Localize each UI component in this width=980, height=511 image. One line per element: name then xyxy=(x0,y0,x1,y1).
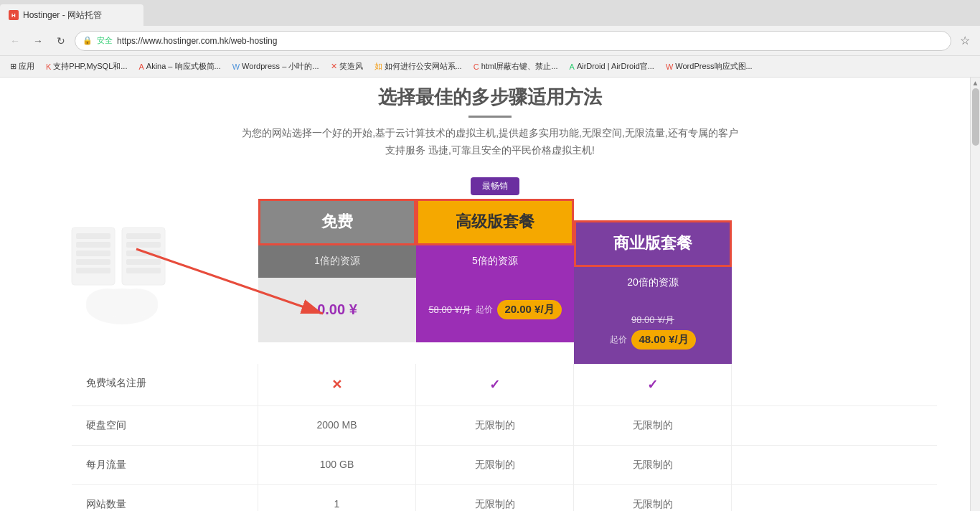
feature-val-premium-domain: ✓ xyxy=(416,364,574,405)
feature-name-traffic: 每月流量 xyxy=(72,446,258,484)
bookmark-star-button[interactable]: ☆ xyxy=(956,32,974,50)
bookmark-8[interactable]: W WordPress响应式图... xyxy=(661,60,757,73)
business-price-row: 起价 48.00 ¥/月 xyxy=(610,330,695,350)
bookmark-icon-4: ✕ xyxy=(331,62,337,71)
check-icon: ✓ xyxy=(647,378,658,392)
lock-icon: 🔒 xyxy=(83,36,93,45)
browser-chrome: H Hostinger - 网站托管 ← → ↻ 🔒 安全 https://ww… xyxy=(0,0,980,78)
check-icon: ✓ xyxy=(489,378,500,392)
premium-price-start-label: 起价 xyxy=(476,304,493,316)
bookmark-6[interactable]: C html屏蔽右键、禁止... xyxy=(469,60,562,73)
business-plan-name: 商业版套餐 xyxy=(574,220,732,267)
premium-price-row: 58.00 ¥/月 起价 20.00 ¥/月 xyxy=(428,300,561,319)
table-row: 网站数量 1 无限制的 无限制的 xyxy=(72,485,937,511)
header-divider xyxy=(468,116,512,118)
premium-plan-resource: 5倍的资源 xyxy=(416,245,574,278)
premium-plan-name: 高级版套餐 xyxy=(416,199,574,245)
business-new-price: 48.00 ¥/月 xyxy=(631,330,695,350)
feature-val-business-traffic: 无限制的 xyxy=(574,446,732,484)
feature-val-premium-websites: 无限制的 xyxy=(416,485,574,511)
premium-plan-header: 最畅销 高级版套餐 5倍的资源 58.00 ¥/月 起价 20.00 ¥/月 xyxy=(416,199,574,364)
favicon: H xyxy=(9,10,19,20)
bookmark-icon-5: 如 xyxy=(374,61,382,72)
bookmark-3[interactable]: W Wordpress – 小叶的... xyxy=(228,60,324,73)
bookmark-icon-2: A xyxy=(138,62,143,71)
business-plan-resource: 20倍的资源 xyxy=(574,267,732,299)
tab-bar: H Hostinger - 网站托管 xyxy=(0,0,980,26)
browser-tab[interactable]: H Hostinger - 网站托管 xyxy=(0,4,143,26)
feature-val-business-websites: 无限制的 xyxy=(574,485,732,511)
browser-nav: ← → ↻ 🔒 安全 https://www.hostinger.com.hk/… xyxy=(0,26,980,56)
feature-val-free-traffic: 100 GB xyxy=(258,446,416,484)
table-row: 硬盘空间 2000 MB 无限制的 无限制的 xyxy=(72,406,937,446)
premium-old-price: 58.00 ¥/月 xyxy=(428,304,471,317)
svg-rect-1 xyxy=(76,233,110,239)
url-text: https://www.hostinger.com.hk/web-hosting xyxy=(117,36,277,46)
secure-label: 安全 xyxy=(97,35,113,46)
free-plan-name: 免费 xyxy=(258,199,416,245)
svg-rect-7 xyxy=(126,233,161,239)
bookmark-2[interactable]: A Akina – 响应式极简... xyxy=(134,60,225,73)
business-plan-header: 商业版套餐 20倍的资源 98.00 ¥/月 起价 48.00 ¥/月 xyxy=(574,199,732,364)
address-bar[interactable]: 🔒 安全 https://www.hostinger.com.hk/web-ho… xyxy=(75,31,951,51)
red-arrow xyxy=(129,242,344,331)
feature-val-free-disk: 2000 MB xyxy=(258,406,416,445)
page-header: 选择最佳的多步骤适用方法 为您的网站选择一个好的开始,基于云计算技术的虚拟主机,… xyxy=(0,78,980,170)
feature-val-business-domain: ✓ xyxy=(574,364,732,405)
bookmark-icon-7: A xyxy=(570,62,575,71)
svg-rect-4 xyxy=(76,259,110,265)
tab-title: Hostinger - 网站托管 xyxy=(23,9,102,22)
feature-val-free-websites: 1 xyxy=(258,485,416,511)
bookmark-icon-1: K xyxy=(46,62,51,71)
bookmark-4[interactable]: ✕ 笑造风 xyxy=(326,60,367,73)
premium-new-price: 20.00 ¥/月 xyxy=(497,300,561,319)
bookmark-icon-3: W xyxy=(232,62,240,71)
premium-plan-price: 58.00 ¥/月 起价 20.00 ¥/月 xyxy=(416,278,574,342)
feature-val-business-disk: 无限制的 xyxy=(574,406,732,445)
svg-rect-5 xyxy=(76,268,110,273)
svg-rect-3 xyxy=(76,250,110,256)
scrollbar-thumb[interactable] xyxy=(972,88,979,146)
table-row: 免费域名注册 ✕ ✓ ✓ xyxy=(72,364,937,406)
apps-icon: ⊞ xyxy=(10,62,17,71)
scroll-up-arrow[interactable]: ▲ xyxy=(971,78,980,88)
refresh-button[interactable]: ↻ xyxy=(52,32,70,50)
bookmark-apps[interactable]: ⊞ 应用 xyxy=(6,60,39,73)
forward-button[interactable]: → xyxy=(29,32,47,50)
business-original-price: 98.00 ¥/月 xyxy=(631,314,674,327)
cross-icon: ✕ xyxy=(331,378,342,392)
page-subtitle: 为您的网站选择一个好的开始,基于云计算技术的虚拟主机,提供超多实用功能,无限空间… xyxy=(239,125,741,159)
feature-name-domain: 免费域名注册 xyxy=(72,364,258,405)
bookmark-7[interactable]: A AirDroid | AirDroid官... xyxy=(565,60,659,73)
feature-val-premium-traffic: 无限制的 xyxy=(416,446,574,484)
page-title: 选择最佳的多步骤适用方法 xyxy=(14,85,966,110)
bookmark-1[interactable]: K 支持PHP,MySQL和... xyxy=(42,60,131,73)
bookmark-icon-8: W xyxy=(666,62,673,71)
feature-rows: 免费域名注册 ✕ ✓ ✓ 硬盘空间 2000 MB 无限制的 无限 xyxy=(72,364,937,511)
business-price-start-label: 起价 xyxy=(610,334,627,346)
feature-val-premium-disk: 无限制的 xyxy=(416,406,574,445)
most-popular-badge: 最畅销 xyxy=(471,177,519,195)
svg-line-16 xyxy=(136,249,323,314)
business-plan-price: 98.00 ¥/月 起价 48.00 ¥/月 xyxy=(574,299,732,364)
feature-val-free-domain: ✕ xyxy=(258,364,416,405)
page-content: 选择最佳的多步骤适用方法 为您的网站选择一个好的开始,基于云计算技术的虚拟主机,… xyxy=(0,78,980,511)
feature-name-disk: 硬盘空间 xyxy=(72,406,258,445)
bookmark-icon-6: C xyxy=(473,62,479,71)
back-button[interactable]: ← xyxy=(6,32,24,50)
bookmark-5[interactable]: 如 如何进行公安网站系... xyxy=(370,60,466,73)
bookmarks-bar: ⊞ 应用 K 支持PHP,MySQL和... A Akina – 响应式极简..… xyxy=(0,56,980,78)
scrollbar[interactable]: ▲ xyxy=(970,78,980,511)
feature-name-websites: 网站数量 xyxy=(72,485,258,511)
svg-rect-2 xyxy=(76,242,110,248)
table-row: 每月流量 100 GB 无限制的 无限制的 xyxy=(72,446,937,485)
